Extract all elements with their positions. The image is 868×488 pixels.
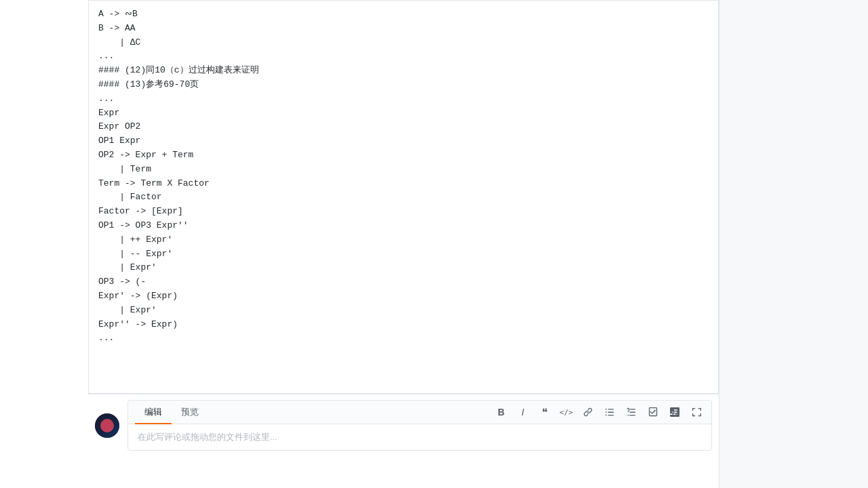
table-icon[interactable]: [667, 404, 683, 420]
link-icon[interactable]: [580, 404, 596, 420]
fullscreen-icon[interactable]: [688, 404, 705, 420]
textarea-wrapper: A -> ∾B B -> AA | ΔC ... #### (12)同10（c）…: [88, 0, 719, 407]
tab-preview[interactable]: 预览: [172, 401, 208, 424]
new-comment-header: 编辑 预览 B I ❝ </>: [88, 394, 719, 451]
left-sidebar: [0, 0, 88, 488]
task-list-icon[interactable]: [645, 404, 661, 420]
blockquote-icon[interactable]: ❝: [536, 404, 553, 420]
avatar: [95, 413, 119, 438]
tab-edit[interactable]: 编辑: [135, 401, 172, 424]
editor-tab-bar: 编辑 预览 B I ❝ </>: [128, 401, 711, 424]
tab-buttons: 编辑 预览: [135, 401, 208, 424]
new-comment-placeholder: 在此写评论或拖动您的文件到这里...: [128, 424, 711, 450]
code-icon[interactable]: </>: [558, 404, 574, 420]
page-wrapper: A -> ∾B B -> AA | ΔC ... #### (12)同10（c）…: [0, 0, 868, 488]
new-comment-editor: 编辑 预览 B I ❝ </>: [127, 400, 712, 451]
comment-textarea[interactable]: A -> ∾B B -> AA | ΔC ... #### (12)同10（c）…: [89, 1, 718, 407]
right-sidebar: [719, 0, 868, 488]
ordered-list-icon[interactable]: [623, 404, 639, 420]
toolbar-icons: B I ❝ </>: [493, 404, 705, 420]
bold-icon[interactable]: B: [493, 404, 509, 420]
unordered-list-icon[interactable]: [601, 404, 618, 420]
italic-icon[interactable]: I: [515, 404, 531, 420]
